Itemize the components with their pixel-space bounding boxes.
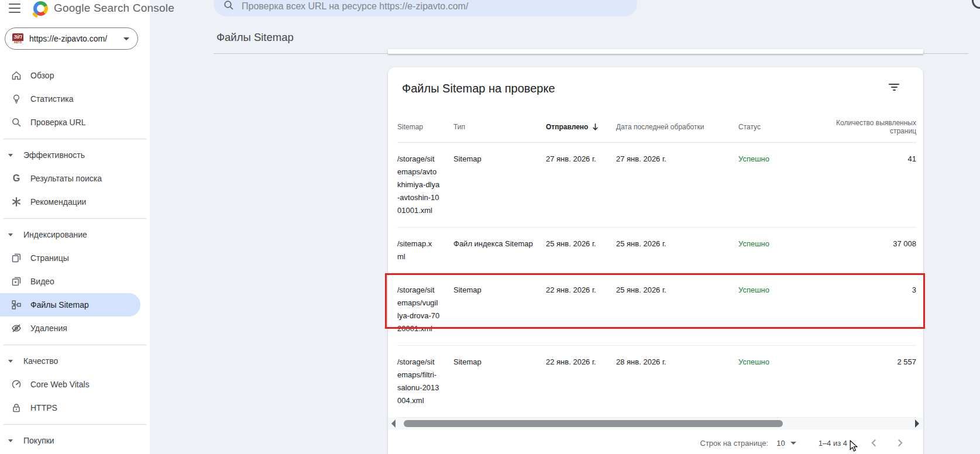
status-cell: Успешно	[738, 284, 808, 335]
previous-page-button[interactable]	[867, 436, 881, 450]
speedometer-icon	[11, 379, 22, 390]
sitemap-path-line: salonu-2013	[397, 381, 444, 394]
column-header-sitemap[interactable]: Sitemap	[397, 123, 453, 131]
rows-per-page-label: Строк на странице:	[700, 439, 769, 448]
column-header-status[interactable]: Статус	[738, 123, 808, 131]
sitemap-path-line: lya-drova-70	[397, 309, 444, 322]
scroll-left-arrow-icon[interactable]	[391, 419, 397, 428]
table-row: /storage/sitemaps/vugillya-drova-7020001…	[397, 274, 916, 346]
sort-desc-icon	[591, 122, 600, 131]
sitemap-path-line: /storage/sit	[397, 356, 444, 369]
sitemap-icon	[11, 299, 22, 311]
gsc-screen: Проверка всех URL на ресурсе https://e-z…	[0, 0, 980, 454]
sidebar-item-label: Статистика	[30, 94, 74, 104]
svg-text:G: G	[13, 173, 20, 183]
card-header: Файлы Sitemap на проверке	[388, 67, 923, 97]
sitemap-path-cell[interactable]: /storage/sitemaps/vugillya-drova-7020001…	[397, 284, 444, 335]
sidebar-section-performance[interactable]: Эффективность	[0, 143, 150, 167]
sidebar-item-overview[interactable]: Обзор	[0, 64, 140, 87]
app-logo-text: Google Search Console	[54, 2, 174, 15]
chevron-down-icon	[8, 154, 13, 157]
sitemap-path-line: khimiya-dlya	[397, 178, 444, 191]
sitemap-type-cell: Sitemap	[453, 356, 546, 407]
menu-icon[interactable]	[9, 4, 20, 13]
sidebar-nav: ОбзорСтатистикаПроверка URLЭффективность…	[0, 64, 150, 452]
sidebar-divider	[0, 419, 150, 429]
sidebar-section-label: Индексирование	[23, 230, 87, 239]
scrollbar-thumb[interactable]	[404, 420, 783, 427]
sitemap-path-line: 004.xml	[397, 394, 444, 407]
sidebar-item-recommendations[interactable]: Рекомендации	[0, 190, 140, 214]
sidebar-item-statistics[interactable]: Статистика	[0, 87, 140, 111]
column-header-submitted[interactable]: Отправлено	[546, 122, 616, 131]
sidebar-item-label: HTTPS	[30, 403, 57, 412]
video-icon	[11, 276, 22, 287]
discovered-pages-cell: 2 557	[808, 356, 916, 407]
scroll-right-arrow-icon[interactable]	[914, 419, 920, 428]
sidebar-divider	[0, 214, 150, 223]
submitted-date-cell: 22 янв. 2026 г.	[546, 356, 616, 407]
status-cell: Успешно	[738, 238, 808, 263]
submitted-date-cell: 22 янв. 2026 г.	[546, 284, 616, 335]
sidebar-section-shopping[interactable]: Покупки	[0, 429, 150, 452]
home-icon	[11, 70, 22, 81]
sidebar-item-label: Обзор	[30, 71, 54, 80]
search-icon	[11, 116, 22, 128]
horizontal-scrollbar[interactable]	[388, 418, 923, 429]
sitemap-path-cell[interactable]: /storage/sitemaps/avtokhimiya-dlya-avtos…	[397, 153, 444, 217]
last-processed-date-cell: 25 янв. 2026 г.	[616, 284, 738, 335]
sidebar-item-pages[interactable]: Страницы	[0, 246, 140, 270]
sidebar-item-removals[interactable]: Удаления	[0, 317, 140, 340]
column-header-discovered-pages[interactable]: Количество выявленных страниц	[808, 119, 916, 135]
table-body: /storage/sitemaps/avtokhimiya-dlya-avtos…	[388, 143, 923, 418]
property-selector[interactable]: ЗіП АВТО https://e-zipavto.com/	[5, 27, 138, 50]
chevron-down-icon	[8, 233, 13, 236]
sitemap-type-cell: Sitemap	[453, 284, 546, 335]
sidebar-item-search-results[interactable]: GРезультаты поиска	[0, 167, 140, 190]
last-processed-date-cell: 25 янв. 2026 г.	[616, 238, 738, 263]
asterisk-icon	[11, 196, 22, 208]
sidebar-item-https[interactable]: HTTPS	[0, 396, 140, 419]
sitemap-path-line: /storage/sit	[397, 284, 444, 297]
pagination-bar: Строк на странице: 10 1–4 из 4	[388, 429, 923, 454]
sidebar-section-indexing[interactable]: Индексирование	[0, 223, 150, 246]
sidebar-item-sitemaps[interactable]: Файлы Sitemap	[0, 293, 140, 317]
search-icon	[223, 0, 235, 11]
discovered-pages-cell: 37 008	[808, 238, 916, 263]
property-favicon: ЗіП АВТО	[12, 33, 23, 44]
sidebar-item-video[interactable]: Видео	[0, 270, 140, 293]
sidebar-section-label: Эффективность	[23, 150, 85, 160]
url-inspection-search[interactable]: Проверка всех URL на ресурсе https://e-z…	[214, 0, 637, 16]
sidebar-item-url-inspection[interactable]: Проверка URL	[0, 111, 140, 134]
sitemap-path-cell[interactable]: /storage/sitemaps/filtri-salonu-2013004.…	[397, 356, 444, 407]
chevron-down-icon	[8, 360, 13, 363]
sidebar-item-label: Рекомендации	[30, 197, 86, 207]
discovered-pages-cell: 41	[808, 153, 916, 217]
next-page-button[interactable]	[893, 436, 907, 450]
eye-off-icon	[11, 322, 22, 334]
rows-per-page-select[interactable]: 10	[776, 439, 796, 448]
table-row: /sitemap.xmlФайл индекса Sitemap25 янв. …	[397, 228, 916, 274]
sitemap-path-line: emaps/vugil	[397, 297, 444, 309]
sidebar-item-core-web-vitals[interactable]: Core Web Vitals	[0, 373, 140, 396]
column-header-type[interactable]: Тип	[453, 123, 546, 131]
avatar[interactable]	[972, 0, 980, 9]
sidebar-item-label: Проверка URL	[30, 118, 86, 127]
sidebar-item-label: Core Web Vitals	[30, 380, 90, 389]
discovered-pages-cell: 3	[808, 284, 916, 335]
app-logo: Google Search Console	[33, 0, 174, 16]
sitemap-path-line: emaps/avto	[397, 166, 444, 178]
property-url: https://e-zipavto.com/	[29, 34, 107, 43]
sidebar-item-label: Файлы Sitemap	[30, 300, 89, 309]
sitemap-path-cell[interactable]: /sitemap.xml	[397, 238, 444, 263]
g-letter-icon: G	[11, 173, 22, 184]
last-processed-date-cell: 27 янв. 2026 г.	[616, 153, 738, 217]
filter-icon[interactable]	[888, 81, 900, 93]
sidebar-section-label: Качество	[23, 356, 58, 366]
submitted-date-cell: 25 янв. 2026 г.	[546, 238, 616, 263]
column-header-last-processed[interactable]: Дата последней обработки	[616, 123, 738, 131]
previous-card-bottom-edge	[388, 49, 923, 54]
sidebar-section-label: Покупки	[23, 436, 54, 445]
sitemap-type-cell: Sitemap	[453, 153, 546, 217]
sidebar-section-experience[interactable]: Качество	[0, 349, 150, 373]
